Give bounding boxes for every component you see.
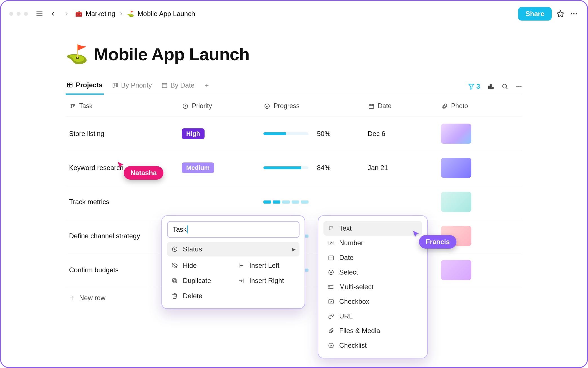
menu-item-status-label: Status [183, 245, 202, 253]
svg-point-55 [329, 287, 329, 287]
photo-thumbnail[interactable] [441, 158, 471, 178]
progress-bar[interactable] [263, 132, 309, 135]
type-option-label: Files & Media [339, 327, 380, 335]
trash-icon [171, 292, 178, 300]
hamburger-menu-icon[interactable] [35, 9, 44, 19]
priority-badge[interactable]: Medium [182, 162, 214, 173]
date-value[interactable]: Jan 21 [368, 164, 388, 172]
column-header-priority[interactable]: Priority [182, 102, 263, 110]
type-option-select[interactable]: Select [323, 265, 422, 280]
breadcrumb-page[interactable]: Mobile App Launch [137, 10, 195, 18]
star-icon[interactable] [556, 9, 565, 19]
traffic-light-max[interactable] [24, 12, 28, 16]
type-option-url[interactable]: URL [323, 309, 422, 324]
column-header-photo[interactable]: Photo [441, 102, 492, 110]
task-title[interactable]: Keyword research [69, 164, 123, 172]
table-row[interactable]: Track metrics [66, 185, 522, 219]
add-view-button[interactable] [203, 80, 211, 93]
svg-rect-30 [369, 104, 374, 108]
progress-bar[interactable] [263, 200, 309, 204]
photo-thumbnail[interactable] [441, 226, 471, 246]
photo-thumbnail[interactable] [441, 124, 471, 144]
text-caret [187, 226, 188, 233]
filter-button[interactable]: 3 [468, 82, 480, 90]
type-option-label: Checkbox [339, 298, 369, 305]
task-title[interactable]: Store listing [69, 130, 104, 138]
view-tab-by-priority[interactable]: By Priority [111, 79, 153, 94]
search-icon[interactable] [502, 83, 508, 90]
insert-left-icon [238, 262, 245, 269]
type-option-checkbox[interactable]: Checkbox [323, 294, 422, 309]
column-header-progress[interactable]: Progress [263, 102, 368, 110]
progress-bar[interactable] [263, 166, 309, 169]
nav-forward-icon[interactable] [62, 9, 71, 19]
table-header-row: Task Priority Progress Date Photo [66, 95, 522, 117]
table-row[interactable]: Keyword research Medium 84% Jan 21 [66, 151, 522, 185]
select-icon [182, 102, 189, 110]
table-row[interactable]: Store listing High 50% Dec 6 [66, 117, 522, 151]
svg-rect-10 [113, 83, 114, 88]
menu-item-insert-left[interactable]: Insert Left [234, 258, 299, 273]
task-title[interactable]: Track metrics [69, 198, 109, 206]
svg-point-5 [573, 13, 575, 15]
page-emoji[interactable]: ⛳ [66, 44, 88, 65]
date-type-icon [327, 254, 335, 261]
svg-point-50 [330, 271, 332, 273]
menu-item-status[interactable]: Status ▶ [167, 242, 299, 257]
svg-point-29 [265, 104, 270, 108]
task-title[interactable]: Confirm budgets [69, 266, 119, 274]
column-header-priority-label: Priority [192, 102, 212, 110]
menu-item-delete[interactable]: Delete [167, 289, 233, 303]
view-tab-label: By Priority [121, 81, 152, 89]
type-option-text[interactable]: Text [323, 221, 422, 236]
sort-button[interactable] [487, 83, 494, 90]
task-title[interactable]: Define channel strategy [69, 232, 140, 240]
menu-item-hide[interactable]: Hide [167, 258, 233, 273]
type-option-label: Multi-select [339, 283, 373, 291]
type-option-files-media[interactable]: Files & Media [323, 324, 422, 338]
column-header-progress-label: Progress [274, 102, 299, 110]
app-window: 🧰 Marketing ⛳ Mobile App Launch Share ⛳ … [0, 0, 588, 368]
column-name-value: Task [173, 226, 187, 233]
share-button[interactable]: Share [518, 7, 552, 21]
view-more-icon[interactable] [516, 83, 522, 90]
priority-badge[interactable]: High [182, 128, 205, 139]
type-option-number[interactable]: 123Number [323, 236, 422, 250]
column-header-task[interactable]: Task [69, 102, 182, 110]
svg-point-26 [518, 86, 520, 87]
column-header-photo-label: Photo [451, 102, 468, 110]
text-type-icon [327, 225, 335, 232]
insert-right-icon [238, 277, 245, 284]
page-title-text[interactable]: Mobile App Launch [94, 44, 249, 64]
traffic-light-close[interactable] [9, 12, 13, 16]
svg-rect-7 [68, 83, 72, 87]
more-icon[interactable] [569, 9, 579, 19]
hide-icon [171, 262, 178, 269]
attachment-icon [441, 102, 448, 110]
status-icon [171, 246, 178, 253]
view-tab-by-date[interactable]: By Date [160, 79, 196, 94]
menu-item-insert-right[interactable]: Insert Right [234, 273, 299, 288]
type-option-date[interactable]: Date [323, 250, 422, 265]
photo-thumbnail[interactable] [441, 260, 471, 280]
view-tab-projects[interactable]: Projects [66, 79, 104, 95]
view-controls: 3 [468, 82, 522, 90]
nav-back-icon[interactable] [48, 9, 58, 19]
menu-item-duplicate[interactable]: Duplicate [167, 273, 233, 288]
svg-point-27 [520, 86, 522, 87]
svg-rect-22 [492, 87, 493, 89]
breadcrumb-parent[interactable]: Marketing [86, 10, 115, 18]
column-name-input[interactable]: Task [167, 221, 299, 238]
type-option-checklist[interactable]: Checklist [323, 338, 422, 353]
new-row-label: New row [79, 294, 105, 302]
type-option-multi-select[interactable]: Multi-select [323, 280, 422, 294]
svg-point-25 [516, 86, 518, 87]
number-type-icon: 123 [327, 239, 335, 247]
menu-item-delete-label: Delete [183, 292, 202, 300]
column-header-date[interactable]: Date [368, 102, 441, 110]
checkbox-type-icon [327, 298, 335, 305]
photo-thumbnail[interactable] [441, 192, 471, 212]
traffic-light-min[interactable] [17, 12, 21, 16]
page-title: ⛳ Mobile App Launch [66, 44, 522, 65]
date-value[interactable]: Dec 6 [368, 130, 385, 138]
